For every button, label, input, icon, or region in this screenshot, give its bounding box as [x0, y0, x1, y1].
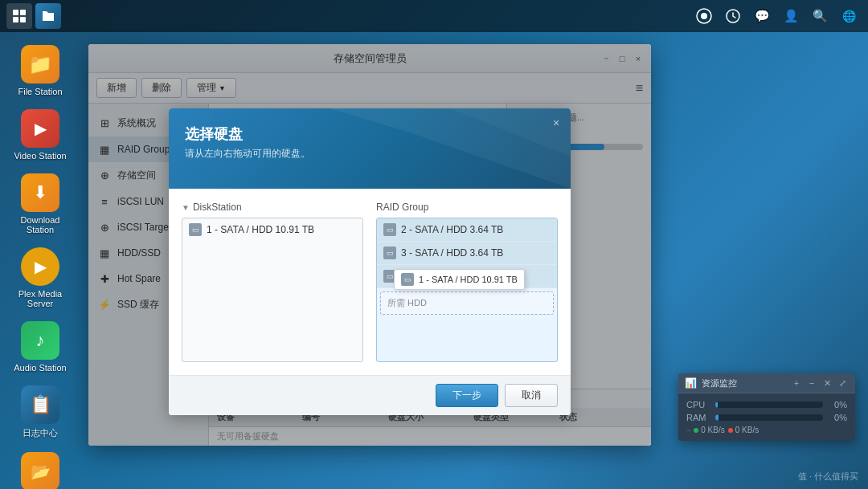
- dialog-overlay: × 选择硬盘 请从左向右拖动可用的硬盘。 ▼ DiskStation: [88, 44, 651, 446]
- disk-label-1: 1 - SATA / HDD 10.91 TB: [207, 224, 314, 235]
- sidebar-item-label: File Station: [18, 87, 62, 96]
- ram-bar-track: [715, 414, 823, 421]
- tooltip-disk-label: 1 - SATA / HDD 10.91 TB: [419, 275, 518, 284]
- sidebar-item-audio-station[interactable]: ♪ Audio Station: [4, 316, 76, 377]
- cpu-label: CPU: [686, 400, 710, 410]
- disk-icon-3: ▭: [383, 247, 396, 259]
- cancel-button[interactable]: 取消: [505, 384, 558, 407]
- taskbar-right: 💬 👤 🔍 🌐: [693, 5, 868, 27]
- watermark: 值 · 什么值得买: [798, 471, 858, 483]
- disk-label-3: 3 - SATA / HDD 3.64 TB: [401, 247, 503, 259]
- resource-monitor-widget: 📊 资源监控 + − ✕ ⤢ CPU 0% RAM: [678, 373, 855, 441]
- svg-point-5: [701, 13, 707, 19]
- file-station-icon: 📁: [21, 45, 59, 84]
- svg-rect-2: [13, 17, 18, 22]
- cpu-bar-track: [715, 401, 823, 408]
- dialog-subtitle: 请从左向右拖动可用的硬盘。: [185, 147, 555, 161]
- disk-icon-2: ▭: [383, 223, 396, 236]
- placeholder-label: 所需 HDD: [387, 297, 427, 309]
- synology-status-icon[interactable]: [693, 5, 715, 27]
- ram-row: RAM 0%: [686, 413, 847, 422]
- cpu-row: CPU 0%: [686, 400, 847, 410]
- network-row: − 0 KB/s 0 KB/s: [686, 426, 847, 434]
- disk-tooltip: ▭ 1 - SATA / HDD 10.91 TB: [394, 269, 525, 290]
- sidebar-item-label: Video Station: [14, 151, 66, 161]
- rm-close-button[interactable]: ✕: [821, 377, 833, 389]
- sidebar-item-label: 日志中心: [23, 427, 58, 439]
- sidebar-item-log-center[interactable]: 📋 日志中心: [4, 381, 76, 444]
- dialog-body: ▼ DiskStation ▭ 1 - SATA / HDD 10.91 TB: [169, 189, 571, 375]
- dialog-title: 选择硬盘: [185, 124, 555, 144]
- raid-group-disk-list: ▭ 2 - SATA / HDD 3.64 TB ▭ 3 - SATA / HD…: [376, 218, 558, 362]
- sidebar-item-label: Audio Station: [14, 363, 66, 373]
- chat-icon[interactable]: 💬: [751, 5, 773, 27]
- dialog-footer: 下一步 取消: [169, 375, 571, 415]
- flag-icon[interactable]: 🌐: [837, 5, 860, 27]
- sidebar-item-label: Download Station: [7, 215, 73, 234]
- rm-minimize-button[interactable]: −: [805, 377, 818, 389]
- cpu-percent: 0%: [828, 400, 847, 410]
- rm-add-button[interactable]: +: [790, 377, 803, 389]
- diskstation-disk-list: ▭ 1 - SATA / HDD 10.91 TB: [182, 218, 363, 362]
- sidebar-item-plex[interactable]: ▶ Plex Media Server: [4, 242, 76, 313]
- disk-label-2: 2 - SATA / HDD 3.64 TB: [401, 224, 503, 235]
- rm-body: CPU 0% RAM 0% − 0 KB/s: [678, 393, 855, 441]
- plex-icon: ▶: [21, 247, 59, 286]
- next-button[interactable]: 下一步: [436, 384, 498, 407]
- sidebar-item-mp4[interactable]: 📂 MP4: [4, 447, 76, 489]
- desktop: 💬 👤 🔍 🌐 📁 File Station ▶ Video Station ⬇…: [0, 0, 868, 489]
- rm-icon: 📊: [685, 377, 697, 389]
- sidebar-item-file-station[interactable]: 📁 File Station: [4, 40, 76, 101]
- file-station-taskbar-icon[interactable]: [35, 3, 61, 29]
- update-icon[interactable]: [722, 5, 744, 27]
- video-station-icon: ▶: [21, 109, 59, 148]
- diskstation-header: ▼ DiskStation: [182, 202, 363, 213]
- diskstation-arrow: ▼: [182, 203, 190, 212]
- upload-speed: 0 KB/s: [694, 426, 724, 434]
- select-disk-dialog: × 选择硬盘 请从左向右拖动可用的硬盘。 ▼ DiskStation: [169, 108, 571, 415]
- svg-rect-1: [20, 10, 26, 15]
- diskstation-column: ▼ DiskStation ▭ 1 - SATA / HDD 10.91 TB: [182, 202, 363, 362]
- dialog-header: × 选择硬盘 请从左向右拖动可用的硬盘。: [169, 108, 571, 189]
- sidebar-item-label: Plex Media Server: [7, 289, 73, 308]
- raid-group-header: RAID Group: [376, 202, 558, 213]
- placeholder-slot: 所需 HDD: [380, 291, 554, 315]
- search-icon[interactable]: 🔍: [809, 5, 831, 27]
- rm-expand-button[interactable]: ⤢: [836, 377, 849, 389]
- disk-item-1[interactable]: ▭ 1 - SATA / HDD 10.91 TB: [182, 218, 362, 241]
- cpu-bar-fill: [715, 401, 718, 408]
- taskbar: 💬 👤 🔍 🌐: [0, 0, 868, 32]
- svg-rect-3: [20, 17, 26, 22]
- raid-group-label: RAID Group: [376, 202, 428, 213]
- audio-station-icon: ♪: [21, 321, 59, 360]
- ram-label: RAM: [686, 413, 710, 422]
- log-center-icon: 📋: [21, 385, 59, 424]
- rm-controls: + − ✕ ⤢: [790, 377, 849, 389]
- disk-item-3[interactable]: ▭ 3 - SATA / HDD 3.64 TB: [377, 242, 557, 265]
- sidebar-item-download-station[interactable]: ⬇ Download Station: [4, 169, 76, 239]
- download-station-icon: ⬇: [21, 173, 59, 212]
- grid-icon[interactable]: [6, 3, 32, 29]
- ram-bar-fill: [715, 414, 719, 421]
- download-speed: 0 KB/s: [728, 426, 759, 434]
- ram-percent: 0%: [828, 413, 847, 422]
- diskstation-label: DiskStation: [193, 202, 242, 213]
- sidebar: 📁 File Station ▶ Video Station ⬇ Downloa…: [0, 32, 80, 489]
- sidebar-item-video-station[interactable]: ▶ Video Station: [4, 104, 76, 165]
- rm-title: 资源监控: [702, 377, 785, 389]
- tooltip-disk-icon: ▭: [401, 273, 414, 286]
- svg-rect-0: [13, 10, 18, 15]
- mp4-icon: 📂: [21, 452, 59, 489]
- disk-icon: ▭: [189, 223, 202, 236]
- disk-item-2[interactable]: ▭ 2 - SATA / HDD 3.64 TB: [377, 218, 557, 242]
- taskbar-left: [0, 3, 61, 29]
- user-icon[interactable]: 👤: [780, 5, 802, 27]
- rm-titlebar: 📊 资源监控 + − ✕ ⤢: [678, 373, 855, 393]
- storage-manager-window: 存储空间管理员 － □ × 新增 删除 管理 ▼ ≡ ⊞: [88, 44, 651, 446]
